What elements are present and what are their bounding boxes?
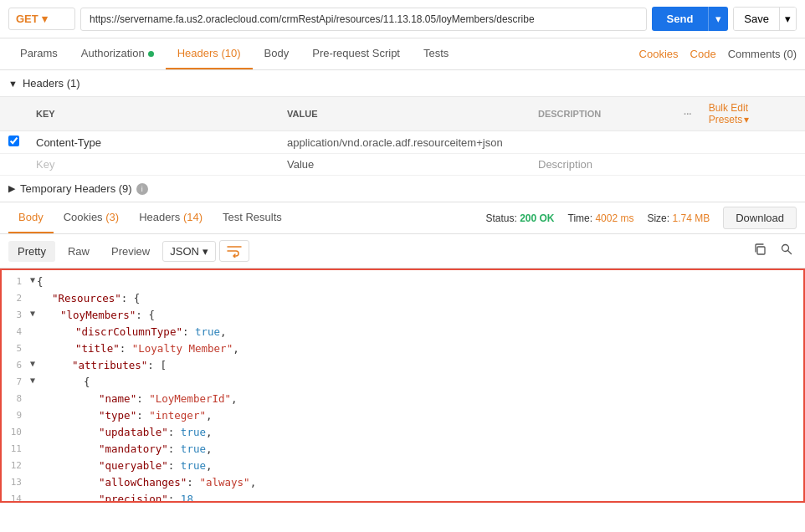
resp-tab-test-results[interactable]: Test Results [213,202,292,233]
time-value: 4002 ms [595,212,633,224]
temp-headers-collapse-arrow[interactable]: ▶ [8,183,15,194]
table-row-placeholder: Key Value Description [0,154,805,176]
placeholder-description[interactable]: Description [530,154,675,176]
save-button[interactable]: Save [734,8,779,30]
key-col-header: KEY [28,97,279,131]
tab-pre-request[interactable]: Pre-request Script [300,38,412,69]
raw-button[interactable]: Raw [59,241,99,262]
json-viewer: 1▼{2"Resources": {3▼"loyMembers": {4"dis… [0,269,805,503]
auth-dot [148,51,154,57]
value-col-header: VALUE [279,97,530,131]
format-select[interactable]: JSON ▾ [162,241,216,262]
desc-col-header: DESCRIPTION [530,97,675,131]
table-row: Content-Type application/vnd.oracle.adf.… [0,131,805,154]
pretty-button[interactable]: Pretty [8,241,55,262]
row-key[interactable]: Content-Type [28,131,279,154]
json-line: 3▼"loyMembers": { [2,307,803,324]
json-line: 10"updatable": true, [2,424,803,441]
method-chevron: ▾ [42,13,48,25]
row-checkbox-cell [0,131,28,154]
download-button[interactable]: Download [723,207,797,229]
send-btn-group: Send ▾ [652,7,729,31]
resp-tab-headers[interactable]: Headers (14) [129,202,213,233]
temp-headers-label: Temporary Headers (9) [20,182,132,195]
method-label: GET [16,13,38,25]
comments-link[interactable]: Comments (0) [728,48,797,60]
headers-title: Headers (1) [23,77,80,90]
collapse-toggle[interactable]: ▼ [30,274,35,287]
row-checkbox[interactable] [8,136,19,146]
headers-title-row: ▼ Headers (1) [0,70,805,96]
top-bar: GET ▾ Send ▾ Save ▾ [0,0,805,38]
presets-button[interactable]: Presets ▾ [709,114,750,125]
json-line: 13"allowChanges": "always", [2,474,803,491]
json-line: 7▼{ [2,374,803,391]
info-icon[interactable]: i [136,183,148,195]
tab-authorization[interactable]: Authorization [69,38,166,69]
temp-headers-row: ▶ Temporary Headers (9) i [0,176,805,202]
tab-tests[interactable]: Tests [412,38,460,69]
row-extra [700,131,805,154]
json-line: 6▼"attributes": [ [2,357,803,374]
resp-status: Status: 200 OK Time: 4002 ms Size: 1.74 … [485,207,797,229]
format-arrow: ▾ [203,245,208,258]
cookies-link[interactable]: Cookies [639,48,679,60]
time-label: Time: 4002 ms [568,212,634,224]
bulk-presets-header: Bulk Edit Presets ▾ [700,97,805,131]
json-line: 14"precision": 18, [2,491,803,503]
tab-params[interactable]: Params [8,38,69,69]
svg-rect-0 [757,247,765,254]
format-label: JSON [170,245,199,258]
preview-button[interactable]: Preview [102,241,159,262]
bulk-edit-button[interactable]: Bulk Edit [709,102,748,114]
method-select[interactable]: GET ▾ [8,8,75,30]
headers-section: ▼ Headers (1) KEY VALUE DESCRIPTION ··· … [0,70,805,202]
headers-collapse-arrow[interactable]: ▼ [8,79,18,89]
svg-line-2 [788,251,792,254]
collapse-toggle[interactable]: ▼ [30,374,35,387]
placeholder-value[interactable]: Value [279,154,530,176]
headers-table-header: KEY VALUE DESCRIPTION ··· Bulk Edit Pres… [0,97,805,131]
search-icon[interactable] [777,239,797,263]
collapse-toggle[interactable]: ▼ [30,307,35,320]
save-btn-group: Save ▾ [733,7,797,31]
size-label: Size: 1.74 MB [647,212,710,224]
json-line: 2"Resources": { [2,290,803,307]
status-label: Status: 200 OK [485,212,554,224]
response-tabs-bar: Body Cookies (3) Headers (14) Test Resul… [0,202,805,234]
send-arrow-button[interactable]: ▾ [708,7,728,31]
json-line: 5"title": "Loyalty Member", [2,340,803,357]
status-value: 200 OK [520,212,554,224]
placeholder-actions [675,154,700,176]
json-line: 8"name": "LoyMemberId", [2,391,803,407]
placeholder-checkbox-cell [0,154,28,176]
code-link[interactable]: Code [690,48,716,60]
collapse-toggle[interactable]: ▼ [30,357,35,371]
wrap-button[interactable] [219,240,249,262]
actions-header: ··· [675,97,700,131]
row-value[interactable]: application/vnd.oracle.adf.resourceitem+… [279,131,530,154]
tab-headers[interactable]: Headers (10) [166,38,253,69]
resp-tab-body[interactable]: Body [8,202,54,233]
size-value: 1.74 MB [672,212,710,224]
json-line: 1▼{ [2,274,803,290]
url-input[interactable] [80,8,647,31]
json-line: 4"discrColumnType": true, [2,324,803,340]
tab-body[interactable]: Body [253,38,301,69]
json-line: 11"mandatory": true, [2,441,803,458]
checkbox-header [0,97,28,131]
save-arrow-button[interactable]: ▾ [779,8,796,30]
resp-tab-cookies[interactable]: Cookies (3) [54,202,129,233]
headers-table: KEY VALUE DESCRIPTION ··· Bulk Edit Pres… [0,96,805,176]
placeholder-key[interactable]: Key [28,154,279,176]
send-button[interactable]: Send [652,7,709,31]
json-line: 12"queryable": true, [2,458,803,474]
copy-icon[interactable] [750,239,770,263]
json-line: 9"type": "integer", [2,407,803,424]
view-toolbar: Pretty Raw Preview JSON ▾ [0,234,805,269]
request-tab-right: Cookies Code Comments (0) [639,48,797,60]
row-description [530,131,675,154]
row-actions [675,131,700,154]
toolbar-right [750,239,797,263]
placeholder-extra [700,154,805,176]
